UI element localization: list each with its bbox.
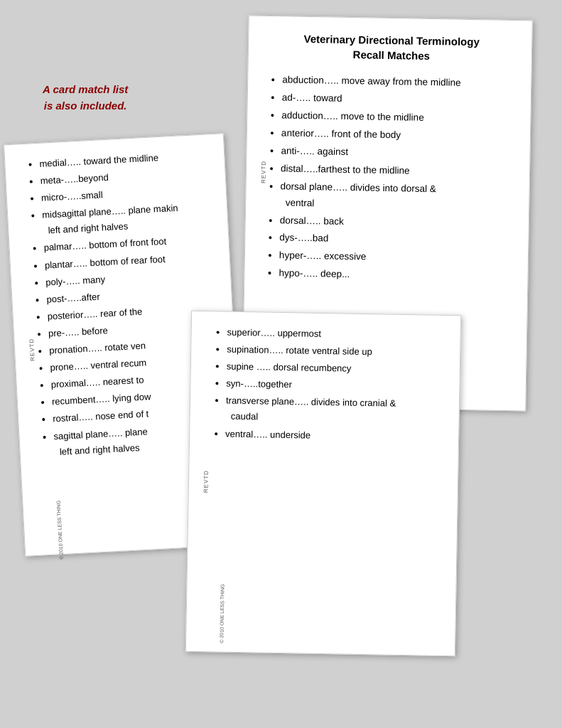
list-item: abduction….. move away from the midline xyxy=(282,72,514,92)
main-card-list: abduction….. move away from the midline … xyxy=(264,72,514,286)
main-card-title: Veterinary Directional TerminologyRecall… xyxy=(269,31,515,65)
list-item: ad-….. toward xyxy=(282,90,514,110)
list-item: transverse plane….. divides into cranial… xyxy=(225,393,445,429)
list-item: supine ….. dorsal recumbency xyxy=(227,359,445,378)
list-item: syn-…..together xyxy=(226,376,445,395)
promo-line2: is also included. xyxy=(43,98,128,114)
list-item: hyper-….. excessive xyxy=(279,248,511,269)
copyright-bottom: © 2010 ONE LESS THING xyxy=(219,584,225,643)
list-item: anterior….. front of the body xyxy=(281,125,513,146)
list-item: dorsal….. back xyxy=(280,213,512,233)
list-item: hypo-….. deep... xyxy=(279,266,510,287)
copyright-left: © 2010 ONE LESS THING xyxy=(55,500,63,560)
promo-text: A card match list is also included. xyxy=(43,82,128,114)
list-item: superior….. uppermost xyxy=(227,325,445,344)
revtd-label-main: REVTD xyxy=(260,161,267,183)
list-item: dorsal plane….. divides into dorsal & ve… xyxy=(280,178,512,215)
list-item: anti-….. against xyxy=(281,143,512,164)
front-bottom-list: superior….. uppermost supination….. rota… xyxy=(211,324,446,445)
promo-line1: A card match list xyxy=(43,82,128,98)
revtd-label-bottom: REVTD xyxy=(202,470,210,493)
list-item: supination….. rotate ventral side up xyxy=(227,342,445,361)
list-item: ventral….. underside xyxy=(225,426,444,445)
list-item: adduction….. move to the midline xyxy=(281,107,513,128)
list-item: distal…..farthest to the midline xyxy=(281,161,512,181)
list-item: dys-…..bad xyxy=(279,230,511,251)
revtd-label-left: REVTD xyxy=(28,338,36,362)
front-bottom-card: REVTD superior….. uppermost supination….… xyxy=(185,311,461,657)
